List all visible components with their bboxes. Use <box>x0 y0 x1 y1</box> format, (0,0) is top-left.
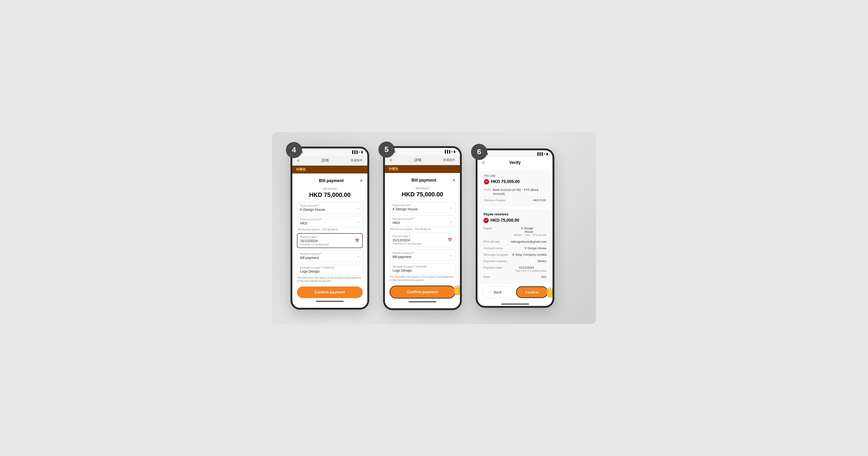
payment-account-value-4: HKD <box>300 221 360 225</box>
signal-icon-6: ▐▐▐ <box>536 152 543 156</box>
status-icons-4: ▐▐▐ ≈ ▮ <box>351 150 363 154</box>
payment-date-label-4: Payment date * <box>300 236 360 238</box>
payment-reasons-field-4[interactable]: Payment reasons * Bill payment ⌄ <box>297 250 363 262</box>
payment-reasons-value-4: Bill payment <box>300 256 360 260</box>
tutorial-wrapper: 4 9:41 ▐▐▐ ≈ ▮ < 詳情 查看附件 待審批 <box>272 132 596 324</box>
you-pay-amount-row-6: HK HKD 75,005.00 <box>484 179 546 184</box>
payment-date-value-4: 31/12/2024 <box>300 239 360 243</box>
payee-account-label-4: Payee account * <box>300 204 360 207</box>
nav-back-5[interactable]: < <box>390 157 392 163</box>
payee-receives-title-6: Payee receives <box>484 212 547 216</box>
modal-4: Bill payment × bill amount HKD 75,000.00… <box>292 174 367 308</box>
nav-bar-4: < 詳情 查看附件 <box>292 156 367 165</box>
payment-date-value-6: 31/12/2024 <box>515 266 534 269</box>
pending-banner-4: 待審批 <box>292 165 367 174</box>
status-bar-4: 9:41 ▐▐▐ ≈ ▮ <box>292 148 367 156</box>
service-charges-value-6: HKD 5.00 <box>533 199 546 202</box>
message-field-4[interactable]: Message to payee * (Optional) Logo Desig… <box>297 264 363 275</box>
verify-actions-6: Back Confirm <box>477 283 553 301</box>
pending-banner-5: 待審批 <box>385 165 460 173</box>
calendar-icon-4: 📅 <box>355 238 360 243</box>
time-limit-5: Time limit: 0-1 working days <box>393 242 452 245</box>
payment-reasons-label-4: Payment reasons * <box>300 252 360 255</box>
payment-date-label-6: Payment date <box>484 266 502 269</box>
service-charges-label-6: Service charges <box>484 199 505 202</box>
step-5-container: 5 9:41 ▐▐▐ ≈ ▮ < 詳情 查看附件 待審批 <box>383 146 462 310</box>
payee-sub-0-6: HKSAR・HKD・FPS (Email) <box>514 234 547 237</box>
from-label-6: From <box>484 188 491 195</box>
status-icons-6: ▐▐▐ ≈ ▮ <box>536 152 548 156</box>
verify-back-btn-6[interactable]: < <box>482 160 485 165</box>
modal-title-4: Bill payment <box>303 178 360 183</box>
payment-reasons-row-6: Payment reasons Others <box>484 258 547 264</box>
bill-amount-value-5: HKD 75,000.00 <box>390 191 455 198</box>
fps-row-6: FPS (Email) kdesignhouse@gmail.com <box>484 238 547 245</box>
cursor-icon-6: 🖐 <box>545 287 554 298</box>
close-btn-4[interactable]: × <box>360 178 363 183</box>
nav-back-4[interactable]: < <box>297 158 300 163</box>
battery-icon-5: ▮ <box>454 150 455 153</box>
payee-amount-row-6: HK HKD 75,000.00 <box>484 218 547 223</box>
wifi-icon-6: ≈ <box>544 152 545 156</box>
account-name-label-6: Account name <box>484 246 503 250</box>
payment-reasons-field-5[interactable]: Payment reasons * Bill payment ⌄ <box>390 249 455 261</box>
payee-label-0-6: Payee <box>484 226 492 230</box>
chevron-down-icon-payment-4: ⌄ <box>357 219 360 223</box>
from-value-6: Bank Account (4730)・FPS (Bank Account) <box>493 188 546 195</box>
bill-amount-label-5: bill amount <box>390 187 455 190</box>
status-bar-6: 9:41 ▐▐▐ ≈ ▮ <box>477 150 553 157</box>
payee-account-field-4[interactable]: Payee account * K Design House ⌄ <box>297 202 363 214</box>
payment-date-field-5[interactable]: Payment date * 31/12/2024 Time limit: 0-… <box>390 233 455 247</box>
payment-date-row-6: Payment date 31/12/2024 Time limit: 0-1 … <box>484 264 547 274</box>
payment-account-label-5: Payment account * <box>393 217 452 220</box>
payment-date-value-5: 31/12/2024 <box>393 238 452 242</box>
verify-nav-6: < Verify <box>477 157 553 168</box>
message-label-5: Message to payee * (Optional) <box>393 265 452 268</box>
home-indicator-4 <box>316 301 344 302</box>
back-btn-6[interactable]: Back <box>482 286 513 298</box>
msg-payee-label-6: Message to payee <box>484 253 508 256</box>
chevron-down-icon-reasons-5: ⌄ <box>450 253 452 257</box>
signal-icon-5: ▐▐▐ <box>444 150 450 153</box>
battery-icon-4: ▮ <box>361 150 363 154</box>
battery-icon-6: ▮ <box>546 152 548 156</box>
message-field-5[interactable]: Message to payee * (Optional) Logo Desig… <box>390 263 455 274</box>
bill-amount-label-4: bill amount <box>297 187 363 190</box>
note-row-6: Note N/A <box>484 274 547 280</box>
payment-date-label-5: Payment date * <box>393 235 452 238</box>
cursor-icon-5: 🖐 <box>452 285 462 296</box>
message-hint-4: This information may appear on the recip… <box>297 276 363 283</box>
modal-5: Bill payment × bill amount HKD 75,000.00… <box>385 173 460 308</box>
payment-account-field-5[interactable]: Payment account * HKD ⌄ <box>390 215 455 227</box>
close-btn-5[interactable]: × <box>453 178 455 183</box>
nav-action-5[interactable]: 查看附件 <box>443 158 455 162</box>
wifi-icon-4: ≈ <box>359 150 360 154</box>
confirm-payment-btn-4[interactable]: Confirm payment <box>297 286 363 298</box>
time-limit-4: Time limit: 0-1 working days <box>300 243 360 246</box>
home-indicator-6 <box>501 304 529 305</box>
fps-value-6: kdesignhouse@gmail.com <box>511 240 547 243</box>
payment-account-field-4[interactable]: Payment account * HKD ⌄ <box>297 216 363 227</box>
step-4-phone: 9:41 ▐▐▐ ≈ ▮ < 詳情 查看附件 待審批 Bill payment <box>290 147 369 310</box>
fps-label-6: FPS (Email) <box>484 240 500 243</box>
step-6-badge: 6 <box>471 144 487 160</box>
message-value-5: Logo Design <box>393 268 452 272</box>
payment-account-label-4: Payment account * <box>300 218 360 221</box>
note-value-6: N/A <box>541 275 547 279</box>
payee-amount-6: HKD 75,000.00 <box>491 218 519 223</box>
payee-account-field-5[interactable]: Payee account * K Design House ⌄ <box>390 202 455 213</box>
step-6-phone: 9:41 ▐▐▐ ≈ ▮ < Verify You pay HK HKD 75,… <box>476 148 554 308</box>
confirm-btn-6[interactable]: Confirm <box>516 286 548 298</box>
nav-action-4[interactable]: 查看附件 <box>351 158 363 162</box>
step-4-badge: 4 <box>286 142 302 158</box>
payment-reasons-value-5: Bill payment <box>393 255 452 259</box>
note-label-6: Note <box>484 275 490 279</box>
msg-payee-row-6: Message to payee K Shop Company Limited <box>484 251 547 258</box>
confirm-payment-btn-5[interactable]: Confirm payment <box>390 285 455 299</box>
you-pay-title-6: You pay <box>484 174 546 177</box>
chevron-down-icon-payee-4: ⌄ <box>357 206 360 210</box>
nav-title-5: 詳情 <box>414 158 422 162</box>
verify-title-6: Verify <box>509 160 521 165</box>
payment-date-field-4[interactable]: Payment date * 31/12/2024 Time limit: 0-… <box>297 233 363 248</box>
step-6-container: 6 9:41 ▐▐▐ ≈ ▮ < Verify You pay HK <box>476 148 554 308</box>
